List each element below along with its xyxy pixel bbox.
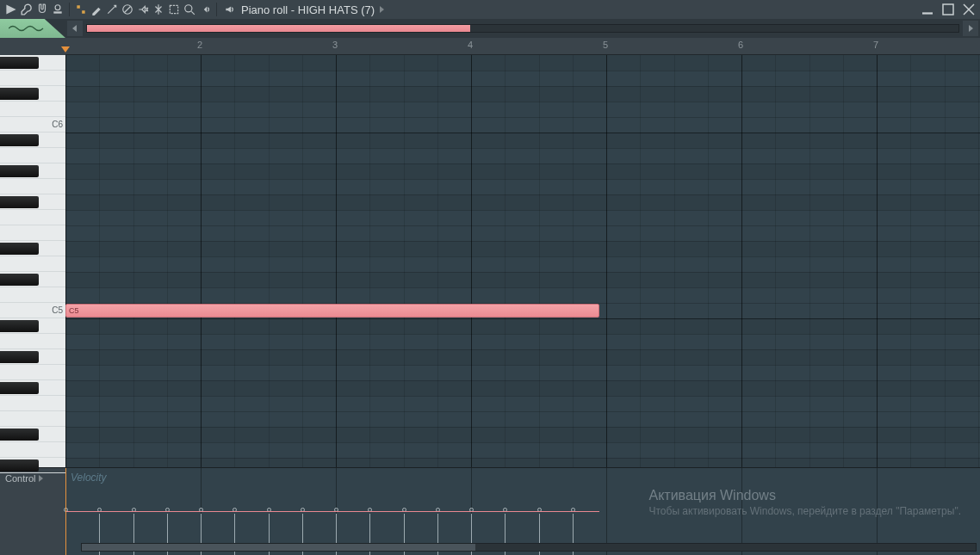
velocity-panel: Control Velocity bbox=[0, 467, 980, 555]
black-key[interactable] bbox=[0, 57, 39, 69]
black-key[interactable] bbox=[0, 274, 39, 286]
black-key[interactable] bbox=[0, 165, 39, 177]
velocity-left[interactable]: Control bbox=[0, 468, 65, 555]
key-label: C5 bbox=[52, 305, 63, 315]
wand-icon[interactable] bbox=[104, 2, 120, 17]
black-key[interactable] bbox=[0, 88, 39, 100]
black-key[interactable] bbox=[0, 134, 39, 146]
subheader bbox=[0, 19, 980, 38]
velocity-label: Velocity bbox=[71, 472, 107, 484]
toolbar-separator bbox=[69, 3, 70, 16]
maximize-button[interactable] bbox=[940, 2, 956, 17]
velocity-editor[interactable]: Velocity bbox=[65, 468, 980, 555]
black-key[interactable] bbox=[0, 196, 39, 208]
playhead-cursor[interactable] bbox=[65, 468, 66, 555]
title-area[interactable]: Piano roll - HIGH HATS (7) bbox=[224, 3, 387, 16]
ruler-main[interactable]: 234567 bbox=[65, 38, 980, 55]
snap-icon[interactable] bbox=[73, 2, 89, 17]
ruler-bar-number: 5 bbox=[603, 38, 608, 50]
ruler-bar-number: 6 bbox=[738, 38, 743, 50]
ruler-corner bbox=[0, 38, 65, 55]
velocity-scrollbar[interactable] bbox=[81, 543, 977, 552]
timeline-scrollbar[interactable] bbox=[86, 24, 959, 33]
ruler-bar-number: 4 bbox=[468, 38, 473, 50]
black-key[interactable] bbox=[0, 429, 39, 441]
brush-icon[interactable] bbox=[89, 2, 104, 17]
slice-icon[interactable] bbox=[151, 2, 166, 17]
key-label: C6 bbox=[52, 120, 63, 129]
magnet-icon[interactable] bbox=[34, 2, 50, 17]
piano-keys[interactable]: C6C5 bbox=[0, 55, 65, 467]
select-icon[interactable] bbox=[166, 2, 182, 17]
note-grid[interactable]: C5 bbox=[65, 55, 980, 467]
zoom-icon[interactable] bbox=[182, 2, 197, 17]
timeline-scroll-thumb[interactable] bbox=[87, 25, 470, 32]
black-key[interactable] bbox=[0, 382, 39, 394]
toolbar: Piano roll - HIGH HATS (7) bbox=[0, 0, 980, 19]
velocity-scroll-thumb[interactable] bbox=[82, 544, 475, 551]
play2-icon[interactable] bbox=[197, 2, 213, 17]
black-key[interactable] bbox=[0, 243, 39, 255]
black-key[interactable] bbox=[0, 459, 39, 472]
channel-tab[interactable] bbox=[0, 19, 65, 38]
toolbar-separator-2 bbox=[216, 3, 217, 16]
svg-line-4 bbox=[125, 7, 131, 13]
minimize-button[interactable] bbox=[920, 2, 935, 17]
close-button[interactable] bbox=[961, 2, 977, 17]
black-key[interactable] bbox=[0, 351, 39, 363]
timeline-scroll-area bbox=[65, 19, 980, 38]
play-icon[interactable] bbox=[3, 2, 19, 17]
control-dropdown-icon bbox=[39, 475, 43, 482]
stamp-icon[interactable] bbox=[50, 2, 65, 17]
svg-marker-13 bbox=[969, 25, 973, 32]
svg-rect-9 bbox=[943, 4, 953, 15]
piano-roll-main: C6C5 C5 bbox=[0, 55, 980, 467]
playhead-marker[interactable] bbox=[61, 46, 70, 52]
control-label: Control bbox=[5, 473, 35, 484]
window-controls bbox=[920, 0, 977, 19]
black-key[interactable] bbox=[0, 320, 39, 332]
speaker-icon bbox=[224, 3, 236, 15]
ruler-bar-number: 3 bbox=[332, 38, 338, 50]
velocity-note-line bbox=[65, 511, 599, 512]
svg-point-1 bbox=[55, 5, 60, 10]
title-dropdown-icon bbox=[380, 6, 387, 13]
midi-note[interactable]: C5 bbox=[65, 304, 599, 318]
mute-icon[interactable] bbox=[120, 2, 135, 17]
svg-line-7 bbox=[191, 11, 195, 14]
ruler-bar-number: 2 bbox=[197, 38, 202, 50]
scroll-left-button[interactable] bbox=[67, 21, 83, 36]
svg-rect-2 bbox=[53, 11, 61, 13]
ruler-bar-number: 7 bbox=[873, 38, 878, 50]
svg-point-6 bbox=[185, 5, 192, 12]
svg-rect-5 bbox=[170, 5, 177, 13]
waveform-icon bbox=[9, 24, 48, 33]
wrench-icon[interactable] bbox=[19, 2, 34, 17]
scroll-right-button[interactable] bbox=[963, 21, 978, 36]
bar-ruler[interactable]: 234567 bbox=[0, 38, 980, 55]
window-title: Piano roll - HIGH HATS (7) bbox=[241, 3, 375, 16]
svg-marker-0 bbox=[6, 4, 16, 14]
mutetool-icon[interactable] bbox=[135, 2, 151, 17]
svg-marker-12 bbox=[72, 25, 77, 32]
